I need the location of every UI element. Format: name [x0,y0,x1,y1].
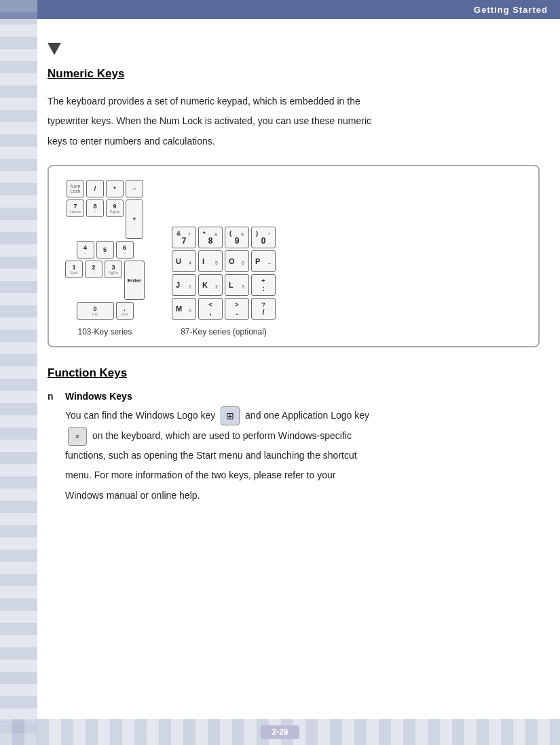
page-number: 2-29 [261,725,299,739]
key-4: 4 ← [77,241,94,259]
kb87-key-k: K 2 [198,274,223,296]
kb87-key-l: L 3 [225,274,249,296]
key-enter: Enter [124,261,145,300]
kb87-key-0: ) * 0 [251,227,276,248]
kb87-row3: J 1 K 2 L 3 [172,274,276,296]
function-keys-title: Function Keys [48,366,540,380]
key-minus: – [126,180,143,197]
kb103-label: 103-Key series [77,327,132,337]
kb103-row2: 7 Home 8 ↑ 9 PgUp + [67,199,143,239]
numeric-keys-section: Numeric Keys The keyboard provides a set… [48,67,540,347]
arrow-indicator [48,43,61,55]
bullet-char: n [48,391,57,402]
key-2: 2 ↓ [85,261,102,278]
key-6: 6 → [116,241,134,259]
key-0: 0 Ins [77,302,114,320]
kb87-key-o: O 6 [225,250,249,272]
kb87-key-colon: + : [251,274,276,296]
kb87-key-comma: < , [198,298,223,320]
app-logo-icon: ≡ [68,427,87,446]
kb87-row2: U 4 I 5 O 6 [172,250,276,272]
key-7: 7 Home [67,199,84,217]
keyboard-103: Num Lock / * – 7 [65,180,145,337]
key-dot: . Del [116,302,134,320]
kb103-row4: 1 End 2 ↓ 3 PgDn Enter [65,261,145,300]
main-content: Numeric Keys The keyboard provides a set… [48,19,540,550]
keyboard-diagram-box: Num Lock / * – 7 [48,165,540,347]
numeric-keys-text: The keyboard provides a set of numeric k… [48,92,540,151]
kb87-key-8: * 8 8 [198,227,223,248]
header-bar: Getting Started [0,0,560,19]
kb87-key-m: M 0 [172,298,196,320]
kb87-label: 87-Key series (optional) [181,327,267,337]
kb103-row3: 4 ← 5 6 → [77,241,134,259]
key-asterisk: * [106,180,124,197]
kb87-key-slash: ? / [251,298,276,320]
kb87-row4: M 0 < , > . [172,298,276,320]
windows-logo-icon: ⊞ [221,406,240,425]
left-decoration [0,0,37,745]
kb87-key-j: J 1 [172,274,196,296]
windows-keys-item: n Windows Keys You can find the Windows … [48,391,540,505]
numeric-keys-title: Numeric Keys [48,67,540,81]
function-keys-section: Function Keys n Windows Keys You can fin… [48,366,540,505]
kb87-row1: & 7 7 * 8 8 ( [172,227,276,248]
kb103-row1: Num Lock / * – [67,180,143,197]
header-title: Getting Started [474,5,548,15]
windows-keys-subtitle: Windows Keys [65,391,369,402]
bottom-bar: 2-29 [0,719,560,745]
kb87-key-9: ( 9 9 [225,227,249,248]
kb87-key-period: > . [225,298,249,320]
key-3: 3 PgDn [105,261,122,278]
kb87-key-p: P – [251,250,276,272]
key-plus: + [126,199,143,239]
key-numlock: Num Lock [67,180,84,197]
key-1: 1 End [65,261,83,278]
key-5: 5 [96,241,114,259]
key-9: 9 PgUp [106,199,124,217]
kb87-key-u: U 4 [172,250,196,272]
keyboard-87: & 7 7 * 8 8 ( [172,227,276,337]
key-8: 8 ↑ [86,199,104,217]
windows-keys-text: You can find the Windows Logo key ⊞ and … [65,406,369,505]
key-slash: / [86,180,104,197]
windows-keys-content: Windows Keys You can find the Windows Lo… [65,391,369,505]
kb87-key-7: & 7 7 [172,227,196,248]
kb87-key-i: I 5 [198,250,223,272]
kb103-row5: 0 Ins . Del [77,302,134,320]
